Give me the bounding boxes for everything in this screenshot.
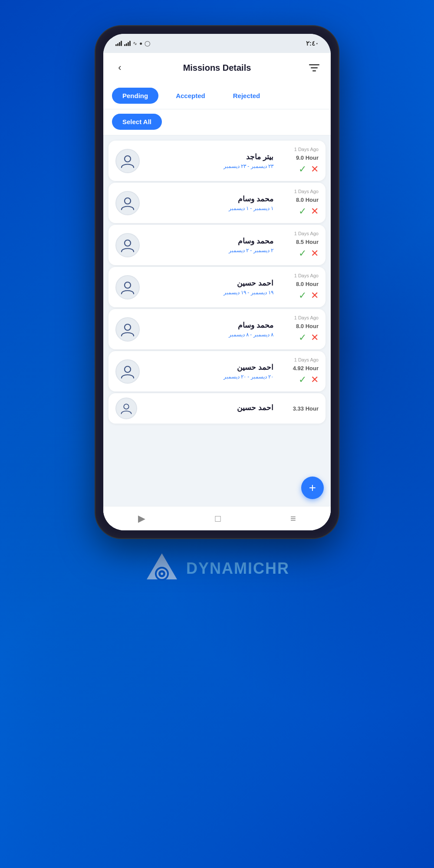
phone-frame: ∿ ● ◯ ٢:٤٠ ‹ Missions Details: [95, 26, 339, 538]
accept-button[interactable]: ✓: [299, 206, 306, 217]
svg-rect-2: [312, 70, 316, 72]
mission-date: ٨ ديسمبر - ٨ ديسمبر: [146, 332, 273, 338]
card-meta: 1 Days Ago 8.0 Hour ✓ ✕: [279, 189, 319, 217]
card-meta: 1 Days Ago 8.0 Hour ✓ ✕: [279, 273, 319, 301]
mission-card: احمد حسين ١٩ ديسمبر - ١٩ ديسمبر 1 Days A…: [108, 267, 326, 307]
app-content: ‹ Missions Details Pending Accepted: [103, 53, 331, 530]
card-info: احمد حسين ٢٠ ديسمبر - ٢٠ ديسمبر: [146, 363, 273, 380]
mission-card: محمد وسام ٨ ديسمبر - ٨ ديسمبر 1 Days Ago…: [108, 309, 326, 349]
mission-name: محمد وسام: [146, 321, 273, 330]
user-icon: [120, 402, 132, 414]
svg-point-5: [125, 240, 131, 246]
card-info: محمد وسام ٨ ديسمبر - ٨ ديسمبر: [146, 321, 273, 338]
svg-point-7: [125, 324, 131, 330]
phone-screen: ∿ ● ◯ ٢:٤٠ ‹ Missions Details: [103, 34, 331, 530]
avatar: [115, 275, 140, 299]
reject-button[interactable]: ✕: [311, 332, 319, 343]
reject-button[interactable]: ✕: [311, 374, 319, 385]
mission-card: محمد وسام ٢ ديسمبر - ٢ ديسمبر 1 Days Ago…: [108, 225, 326, 265]
hours-value: 4.92 Hour: [293, 365, 319, 372]
card-info: بيتر ماجد ٢٣ ديسمبر - ٢٣ ديسمبر: [146, 152, 273, 169]
hours-value: 8.0 Hour: [296, 197, 319, 203]
card-actions: ✓ ✕: [299, 248, 319, 259]
accept-button[interactable]: ✓: [299, 332, 306, 343]
hours-value: 8.0 Hour: [296, 281, 319, 287]
mission-name: محمد وسام: [146, 194, 273, 204]
hours-value: 9.0 Hour: [296, 155, 319, 161]
back-icon: ‹: [118, 62, 121, 73]
svg-point-6: [125, 282, 131, 288]
fab-add-button[interactable]: +: [301, 477, 324, 499]
hours-value: 8.5 Hour: [296, 239, 319, 245]
time-ago: 1 Days Ago: [294, 315, 319, 320]
mission-name: محمد وسام: [146, 237, 273, 246]
brand-logo: DYNAMICHR: [145, 551, 289, 586]
mission-name: احمد حسين: [143, 403, 273, 412]
time-ago: 1 Days Ago: [294, 357, 319, 362]
reject-button[interactable]: ✕: [311, 164, 319, 175]
accept-button[interactable]: ✓: [299, 290, 306, 301]
nav-home-icon[interactable]: □: [206, 510, 229, 528]
user-icon: [120, 238, 135, 253]
card-actions: ✓ ✕: [299, 290, 319, 301]
accept-button[interactable]: ✓: [299, 164, 306, 175]
svg-rect-1: [311, 67, 318, 69]
card-actions: ✓ ✕: [299, 374, 319, 385]
wifi-icon: ∿: [133, 40, 137, 46]
signal-icon-2: [124, 41, 131, 46]
card-info: احمد حسين: [143, 403, 273, 414]
bell-icon: ●: [139, 40, 142, 46]
card-info: احمد حسين ١٩ ديسمبر - ١٩ ديسمبر: [146, 279, 273, 296]
tabs-bar: Pending Accepted Rejected: [103, 82, 331, 109]
svg-point-8: [125, 366, 131, 372]
mission-card: محمد وسام ١ ديسمبر - ١ ديسمبر 1 Days Ago…: [108, 183, 326, 223]
mission-name: بيتر ماجد: [146, 152, 273, 161]
card-meta: 3.33 Hour: [279, 405, 319, 412]
mission-name: احمد حسين: [146, 279, 273, 288]
bottom-navigation: ▶ □ ≡: [103, 506, 331, 530]
filter-icon: [309, 63, 319, 72]
avatar: [115, 317, 140, 342]
app-header: ‹ Missions Details: [103, 53, 331, 82]
mission-card: احمد حسين 3.33 Hour: [108, 393, 326, 424]
card-info: محمد وسام ١ ديسمبر - ١ ديسمبر: [146, 194, 273, 211]
reject-button[interactable]: ✕: [311, 206, 319, 217]
status-left-icons: ∿ ● ◯: [115, 40, 150, 46]
avatar: [115, 191, 140, 215]
time-ago: 1 Days Ago: [294, 189, 319, 194]
card-meta: 1 Days Ago 9.0 Hour ✓ ✕: [279, 147, 319, 175]
accept-button[interactable]: ✓: [299, 248, 306, 259]
brand-text-highlight: HR: [265, 559, 289, 577]
nav-play-icon[interactable]: ▶: [129, 510, 154, 528]
card-actions: ✓ ✕: [299, 164, 319, 175]
mission-date: ١ ديسمبر - ١ ديسمبر: [146, 205, 273, 211]
plus-icon: +: [309, 481, 316, 495]
user-icon: [120, 364, 135, 379]
tab-accepted[interactable]: Accepted: [165, 88, 216, 104]
mission-date: ١٩ ديسمبر - ١٩ ديسمبر: [146, 289, 273, 296]
signal-icon: [115, 41, 122, 46]
status-bar: ∿ ● ◯ ٢:٤٠: [103, 34, 331, 53]
mission-date: ٢٠ ديسمبر - ٢٠ ديسمبر: [146, 374, 273, 380]
mission-list: بيتر ماجد ٢٣ ديسمبر - ٢٣ ديسمبر 1 Days A…: [103, 135, 331, 506]
mission-date: ٢٣ ديسمبر - ٢٣ ديسمبر: [146, 163, 273, 169]
accept-button[interactable]: ✓: [299, 374, 306, 385]
avatar: [115, 149, 140, 173]
select-all-button[interactable]: Select All: [112, 114, 162, 130]
tab-pending[interactable]: Pending: [112, 88, 158, 104]
svg-rect-0: [309, 64, 319, 66]
time-ago: 1 Days Ago: [294, 231, 319, 236]
back-button[interactable]: ‹: [112, 60, 128, 76]
tab-rejected[interactable]: Rejected: [223, 88, 271, 104]
page-title: Missions Details: [183, 63, 251, 73]
status-time: ٢:٤٠: [306, 39, 319, 47]
reject-button[interactable]: ✕: [311, 290, 319, 301]
svg-point-13: [161, 572, 163, 575]
reject-button[interactable]: ✕: [311, 248, 319, 259]
card-meta: 1 Days Ago 4.92 Hour ✓ ✕: [279, 357, 319, 385]
filter-button[interactable]: [306, 60, 322, 76]
user-icon: [120, 154, 135, 168]
brand-section: DYNAMICHR: [145, 551, 289, 586]
avatar: [115, 359, 140, 384]
nav-menu-icon[interactable]: ≡: [282, 510, 305, 528]
